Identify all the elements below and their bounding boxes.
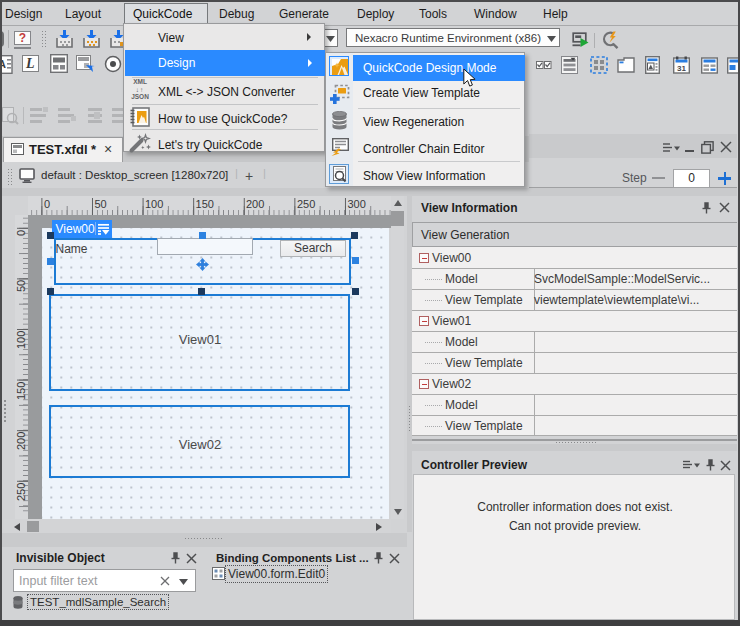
svg-text:31: 31 [677,64,686,73]
